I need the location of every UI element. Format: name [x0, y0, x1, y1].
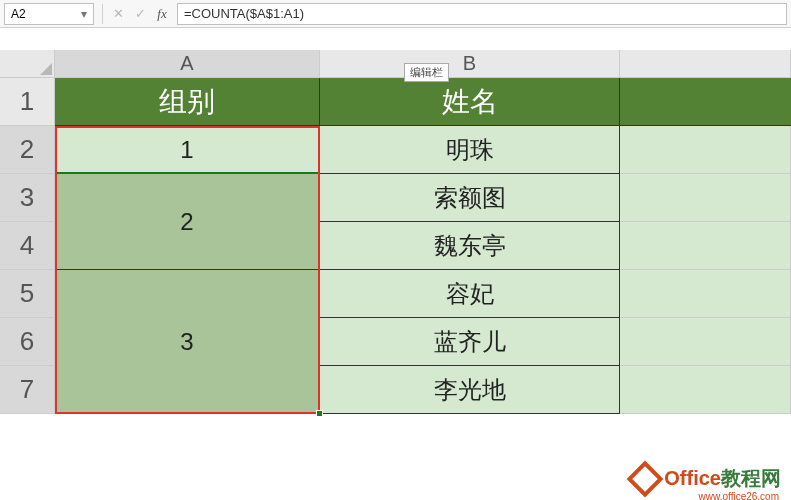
cell-B6[interactable]: 蓝齐儿	[320, 318, 620, 366]
separator	[102, 4, 103, 24]
column-header-B[interactable]: B	[320, 50, 620, 78]
watermark-brand1: Office	[664, 467, 721, 490]
cell-B4[interactable]: 魏东亭	[320, 222, 620, 270]
select-all-triangle-icon	[40, 63, 52, 75]
row-header-3[interactable]: 3	[0, 174, 55, 222]
cell-B5[interactable]: 容妃	[320, 270, 620, 318]
name-box-dropdown-icon[interactable]: ▾	[77, 7, 91, 21]
column-header-A[interactable]: A	[55, 50, 320, 78]
header-blank[interactable]	[620, 78, 791, 126]
row-header-1[interactable]: 1	[0, 78, 55, 126]
watermark: Office 教程网	[632, 465, 781, 492]
row-header-2[interactable]: 2	[0, 126, 55, 174]
cell-A5-A7-merged[interactable]: 3	[55, 270, 320, 414]
column-header-C[interactable]	[620, 50, 791, 78]
row-header-5[interactable]: 5	[0, 270, 55, 318]
cell-C7[interactable]	[620, 366, 791, 414]
cell-A2[interactable]: 1	[55, 126, 320, 174]
watermark-url: www.office26.com	[699, 491, 779, 500]
cell-B7[interactable]: 李光地	[320, 366, 620, 414]
cell-B2[interactable]: 明珠	[320, 126, 620, 174]
select-all-corner[interactable]	[0, 50, 55, 78]
cell-B3[interactable]: 索额图	[320, 174, 620, 222]
cell-reference: A2	[11, 7, 26, 21]
cell-A3-A4-merged[interactable]: 2	[55, 174, 320, 270]
enter-button[interactable]: ✓	[129, 3, 151, 25]
row-header-6[interactable]: 6	[0, 318, 55, 366]
cell-C5[interactable]	[620, 270, 791, 318]
watermark-brand2: 教程网	[721, 465, 781, 492]
formula-input[interactable]: =COUNTA($A$1:A1)	[177, 3, 787, 25]
group-column: 1 2 3	[55, 126, 320, 414]
row-headers: 1 2 3 4 5 6 7	[0, 78, 55, 414]
table-header-row: 组别 姓名	[55, 78, 791, 126]
formula-text: =COUNTA($A$1:A1)	[184, 6, 304, 21]
cancel-button[interactable]: ✕	[107, 3, 129, 25]
svg-marker-0	[40, 63, 52, 75]
formula-bar-tooltip: 编辑栏	[404, 63, 449, 82]
formula-bar: A2 ▾ ✕ ✓ fx =COUNTA($A$1:A1)	[0, 0, 791, 28]
header-name[interactable]: 姓名	[320, 78, 620, 126]
data-body: 1 2 3 明珠 索额图 魏东亭 容妃 蓝齐儿 李光地	[55, 126, 791, 414]
name-box[interactable]: A2 ▾	[4, 3, 94, 25]
cell-C4[interactable]	[620, 222, 791, 270]
watermark-logo-icon	[627, 460, 664, 497]
cell-C3[interactable]	[620, 174, 791, 222]
fill-handle[interactable]	[316, 410, 323, 417]
insert-function-button[interactable]: fx	[151, 3, 173, 25]
row-header-4[interactable]: 4	[0, 222, 55, 270]
name-column: 明珠 索额图 魏东亭 容妃 蓝齐儿 李光地	[320, 126, 620, 414]
row-header-7[interactable]: 7	[0, 366, 55, 414]
cell-C6[interactable]	[620, 318, 791, 366]
cell-grid: 组别 姓名 1 2 3 明珠 索额图 魏东亭 容妃 蓝齐儿 李光地	[55, 78, 791, 414]
blank-column	[620, 126, 791, 414]
cell-C2[interactable]	[620, 126, 791, 174]
header-group[interactable]: 组别	[55, 78, 320, 126]
